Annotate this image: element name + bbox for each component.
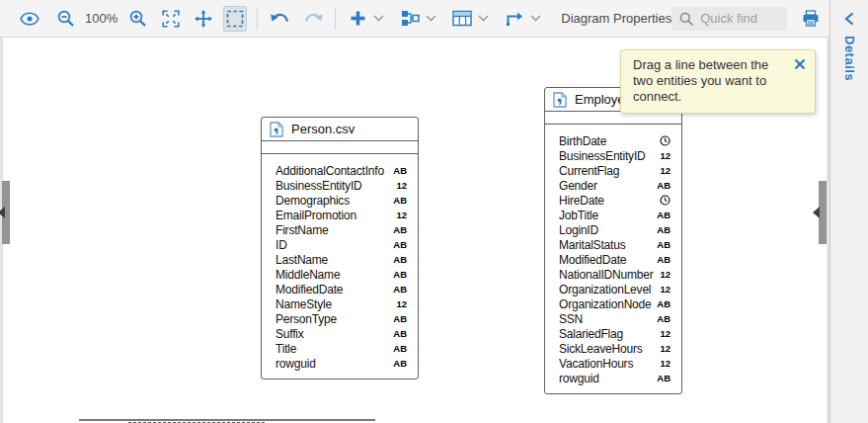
field-row[interactable]: OrganizationLevel12: [559, 282, 671, 296]
auto-layout-button[interactable]: [398, 6, 422, 32]
add-entity-dropdown[interactable]: [373, 15, 384, 22]
field-row[interactable]: IDAB: [276, 237, 407, 252]
field-row[interactable]: BirthDate: [559, 133, 671, 148]
table-view-dropdown[interactable]: [478, 15, 489, 22]
field-name: OrganizationNode: [559, 297, 652, 311]
entity-field-list: AdditionalContactInfoABBusinessEntityID1…: [262, 154, 418, 379]
eye-icon: [20, 12, 39, 26]
field-row[interactable]: TitleAB: [276, 341, 407, 356]
chevron-down-icon: [426, 15, 436, 22]
field-row[interactable]: PersonTypeAB: [276, 311, 407, 326]
field-name: ModifiedDate: [559, 253, 626, 267]
field-row[interactable]: LoginIDAB: [559, 222, 671, 237]
field-row[interactable]: MiddleNameAB: [276, 267, 407, 282]
search-icon: [679, 12, 693, 26]
details-panel-tab: Details: [829, 0, 868, 423]
zoom-out-button[interactable]: [53, 6, 77, 32]
field-row[interactable]: rowguidAB: [276, 356, 407, 371]
field-type-badge: AB: [657, 239, 671, 250]
field-row[interactable]: SSNAB: [559, 311, 671, 326]
expand-panel-button[interactable]: [843, 12, 855, 26]
field-row[interactable]: LastNameAB: [276, 252, 407, 267]
field-row[interactable]: BusinessEntityID12: [276, 178, 407, 193]
field-row[interactable]: NameStyle12: [276, 296, 407, 311]
connector-style-dropdown[interactable]: [530, 15, 541, 22]
connect-hint-tooltip: Drag a line between the two entities you…: [620, 49, 816, 114]
field-row[interactable]: AdditionalContactInfoAB: [276, 163, 407, 178]
field-name: Demographics: [276, 194, 350, 208]
field-row[interactable]: JobTitleAB: [559, 208, 671, 222]
field-row[interactable]: SalariedFlag12: [559, 326, 671, 341]
field-row[interactable]: VacationHours12: [559, 356, 671, 371]
field-row[interactable]: OrganizationNodeAB: [559, 296, 671, 311]
field-row[interactable]: DemographicsAB: [276, 193, 407, 208]
close-tooltip-button[interactable]: [795, 59, 805, 105]
auto-layout-dropdown[interactable]: [426, 15, 436, 22]
entity-employee-csv[interactable]: Employee.csv BirthDateBusinessEntityID12…: [544, 87, 682, 394]
field-row[interactable]: MaritalStatusAB: [559, 237, 671, 252]
toolbar-divider: [257, 8, 258, 30]
printer-icon: [802, 10, 820, 27]
main-column: 100%: [0, 0, 829, 423]
field-name: JobTitle: [559, 209, 598, 222]
print-button[interactable]: [799, 6, 823, 32]
details-panel-label[interactable]: Details: [842, 36, 857, 81]
add-entity-button[interactable]: [346, 6, 369, 32]
field-name: Gender: [559, 179, 597, 193]
zoom-out-icon: [57, 10, 74, 27]
undo-button[interactable]: [268, 6, 291, 32]
field-name: OrganizationLevel: [559, 283, 651, 296]
chevron-left-icon: [843, 12, 855, 26]
field-type-badge: 12: [396, 180, 407, 191]
field-name: rowguid: [276, 357, 316, 371]
clock-icon: [660, 195, 671, 206]
right-splitter-handle[interactable]: [819, 181, 827, 244]
diagram-toolbar: 100%: [0, 0, 829, 38]
field-name: HireDate: [559, 194, 604, 208]
field-row[interactable]: CurrentFlag12: [559, 163, 671, 178]
left-splitter-handle[interactable]: [2, 181, 10, 244]
field-row[interactable]: EmailPromotion12: [276, 208, 407, 222]
field-type-badge: AB: [657, 210, 671, 220]
field-row[interactable]: HireDate: [559, 193, 671, 208]
pan-move-button[interactable]: [192, 6, 215, 32]
connector-style-button[interactable]: [503, 6, 526, 32]
field-row[interactable]: rowguidAB: [559, 371, 671, 385]
entity-key-section: [262, 141, 418, 154]
plus-icon: [350, 10, 366, 27]
table-view-button[interactable]: [450, 6, 474, 32]
entity-header[interactable]: Person.csv: [262, 118, 418, 141]
field-row[interactable]: SickLeaveHours12: [559, 341, 671, 356]
field-name: Title: [276, 342, 296, 356]
field-type-badge: 12: [660, 343, 671, 354]
field-type-badge: 12: [660, 328, 671, 339]
entity-person-csv[interactable]: Person.csv AdditionalContactInfoABBusine…: [261, 117, 419, 380]
diagram-canvas[interactable]: Person.csv AdditionalContactInfoABBusine…: [0, 38, 829, 423]
field-type-badge: 12: [396, 298, 407, 309]
field-row[interactable]: GenderAB: [559, 178, 671, 193]
field-row[interactable]: SuffixAB: [276, 326, 407, 341]
quick-find-input[interactable]: [700, 11, 779, 26]
layout-icon: [401, 10, 420, 27]
field-row[interactable]: ModifiedDateAB: [559, 252, 671, 267]
redo-button[interactable]: [301, 6, 325, 32]
marquee-select-icon: [226, 10, 244, 28]
field-row[interactable]: ModifiedDateAB: [276, 282, 407, 296]
quick-find-box[interactable]: [671, 7, 787, 31]
zoom-in-button[interactable]: [125, 6, 149, 32]
marquee-select-button[interactable]: [223, 6, 247, 32]
fit-to-screen-button[interactable]: [159, 6, 183, 32]
field-name: ID: [276, 238, 287, 252]
preview-eye-button[interactable]: [18, 6, 41, 32]
field-row[interactable]: NationalIDNumber12: [559, 267, 671, 282]
chevron-down-icon: [478, 15, 489, 22]
field-type-badge: AB: [393, 343, 407, 354]
field-type-badge: AB: [393, 269, 407, 280]
field-name: FirstName: [276, 223, 329, 237]
field-row[interactable]: FirstNameAB: [276, 222, 407, 237]
field-name: NationalIDNumber: [559, 268, 654, 282]
diagram-properties-link[interactable]: Diagram Properties: [561, 11, 671, 26]
csv-file-icon: [553, 92, 567, 108]
field-row[interactable]: BusinessEntityID12: [559, 148, 671, 163]
field-name: MaritalStatus: [559, 238, 625, 252]
